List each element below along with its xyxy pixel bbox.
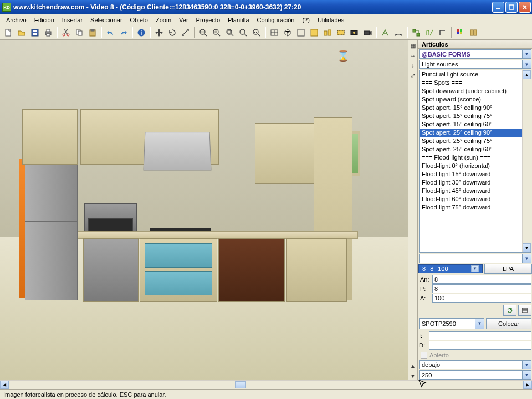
save-icon[interactable] — [29, 27, 41, 39]
new-file-icon[interactable] — [2, 27, 14, 39]
category-combo[interactable]: @BASIC FORMS ▼ — [419, 49, 531, 59]
finish-combo[interactable]: ▼ — [419, 254, 531, 263]
width-input[interactable]: 8 — [432, 275, 531, 284]
menu-proyecto[interactable]: Proyecto — [192, 16, 224, 24]
vtool-1-icon[interactable]: ▦ — [408, 41, 417, 50]
subcategory-combo[interactable]: Light sources ▼ — [419, 60, 531, 69]
d-input[interactable] — [429, 341, 531, 350]
render-icon[interactable] — [348, 27, 360, 39]
render-canvas[interactable]: ⌛ — [0, 40, 408, 380]
close-button[interactable] — [519, 2, 531, 13]
vtool-4-icon[interactable]: ⤢ — [408, 71, 417, 80]
i-input[interactable] — [429, 331, 531, 340]
altitude-combo[interactable]: 250 ▼ — [419, 370, 531, 380]
list-item[interactable]: Flood-light 45° downward — [420, 187, 531, 195]
copy-icon[interactable] — [73, 27, 85, 39]
menu-configuracion[interactable]: Configuración — [253, 16, 299, 24]
height-input[interactable]: 100 — [432, 294, 531, 303]
minimize-button[interactable] — [492, 2, 504, 13]
tool-dimension-icon[interactable] — [392, 27, 405, 39]
view-plan-icon[interactable] — [268, 27, 280, 39]
menu-plantilla[interactable]: Plantilla — [224, 16, 253, 24]
info-icon[interactable]: i — [135, 27, 147, 39]
list-item[interactable]: Flood-light 75° downward — [420, 203, 531, 212]
view-wire-icon[interactable] — [295, 27, 307, 39]
zoom-previous-icon[interactable] — [250, 27, 263, 39]
scroll-thumb[interactable] — [235, 381, 246, 388]
place-button[interactable]: Colocar — [486, 318, 531, 329]
viewport[interactable]: ⌛ — [0, 40, 408, 380]
list-item[interactable]: Spot downward (under cabinet) — [420, 87, 531, 95]
menu-ver[interactable]: Ver — [175, 16, 192, 24]
refresh-button[interactable] — [503, 305, 516, 316]
app-icon: KD — [2, 3, 11, 12]
list-item[interactable]: Flood-light 0° (horizontal) — [420, 162, 531, 170]
menu-zoom[interactable]: Zoom — [152, 16, 175, 24]
list-item[interactable]: Spot apert. 15° ceiling 60° — [420, 120, 531, 129]
measure-icon[interactable] — [180, 27, 192, 39]
catalog-icon[interactable] — [468, 27, 480, 39]
scroll-left-icon[interactable]: ◀ — [0, 381, 9, 389]
scroll-down-icon[interactable]: ▼ — [523, 243, 531, 252]
scrollbar[interactable]: ▲ ▼ — [522, 70, 531, 252]
zoom-in-icon[interactable] — [211, 27, 223, 39]
list-item[interactable]: === Spots === — [420, 79, 531, 87]
open-file-icon[interactable] — [16, 27, 28, 39]
camera-icon[interactable] — [361, 27, 374, 39]
lpa-button[interactable]: LPA — [484, 264, 532, 274]
menu-archivo[interactable]: Archivo — [2, 16, 30, 24]
depth-input[interactable]: 8 — [432, 284, 531, 293]
undo-icon[interactable] — [104, 27, 116, 39]
scroll-up-icon[interactable]: ▲ — [523, 70, 531, 79]
open-checkbox[interactable] — [421, 352, 427, 359]
tool-corner-icon[interactable] — [437, 27, 449, 39]
cut-icon[interactable] — [60, 27, 72, 39]
view-solid-icon[interactable] — [308, 27, 320, 39]
vtool-up-icon[interactable]: ▲ — [408, 361, 417, 370]
position-combo[interactable]: debajo ▼ — [419, 360, 531, 370]
zoom-window-icon[interactable] — [224, 27, 236, 39]
list-item[interactable]: Flood-light 15° downward — [420, 170, 531, 178]
menu-insertar[interactable]: Insertar — [58, 16, 86, 24]
list-item[interactable]: Punctual light source — [420, 70, 531, 79]
palette-icon[interactable] — [454, 27, 467, 39]
menu-edicion[interactable]: Edición — [30, 16, 58, 24]
chevron-down-icon: ▼ — [471, 265, 479, 272]
vtool-3-icon[interactable]: ↕ — [408, 61, 417, 70]
rotate-icon[interactable] — [166, 27, 178, 39]
reference-combo[interactable]: SPOTP2590 ▼ — [419, 318, 484, 329]
scroll-right-icon[interactable]: ▶ — [523, 381, 532, 389]
view-shaded-icon[interactable] — [321, 27, 334, 39]
horizontal-scrollbar[interactable]: ◀ ▶ — [0, 380, 532, 389]
tool-a-icon[interactable] — [379, 27, 391, 39]
size-chip[interactable]: 8 8 100 ▼ — [418, 264, 483, 273]
details-button[interactable] — [518, 305, 531, 316]
menu-help[interactable]: (?) — [298, 16, 313, 24]
redo-icon[interactable] — [117, 27, 130, 39]
menu-objeto[interactable]: Objeto — [126, 16, 152, 24]
paste-icon[interactable] — [86, 27, 99, 39]
list-item[interactable]: Spot apert. 15° ceiling 75° — [420, 112, 531, 120]
vtool-2-icon[interactable]: ↔ — [408, 51, 417, 60]
print-icon[interactable] — [42, 27, 54, 39]
view-3d-icon[interactable] — [282, 27, 294, 39]
menu-seleccionar[interactable]: Seleccionar — [86, 16, 126, 24]
menu-utilidades[interactable]: Utilidades — [314, 16, 348, 24]
list-item[interactable]: Flood-light 30° downward — [420, 178, 531, 187]
view-textured-icon[interactable] — [335, 27, 347, 39]
vtool-dn-icon[interactable]: ▼ — [408, 371, 417, 380]
list-item[interactable]: Spot upward (sconce) — [420, 95, 531, 104]
move-icon[interactable] — [153, 27, 165, 39]
maximize-button[interactable] — [505, 2, 518, 13]
item-listbox[interactable]: Punctual light source=== Spots ===Spot d… — [419, 70, 531, 253]
list-item[interactable]: Spot apert. 25° ceiling 90° — [420, 129, 531, 137]
list-item[interactable]: Spot apert. 25° ceiling 75° — [420, 137, 531, 145]
list-item[interactable]: Spot apert. 25° ceiling 60° — [420, 145, 531, 154]
list-item[interactable]: Spot apert. 15° ceiling 90° — [420, 104, 531, 112]
tool-shape-icon[interactable] — [423, 27, 436, 39]
zoom-extents-icon[interactable] — [237, 27, 249, 39]
list-item[interactable]: === Flood-light (sun) === — [420, 154, 531, 162]
tool-group-icon[interactable] — [410, 27, 422, 39]
list-item[interactable]: Flood-light 60° downward — [420, 195, 531, 203]
zoom-out-icon[interactable] — [197, 27, 209, 39]
